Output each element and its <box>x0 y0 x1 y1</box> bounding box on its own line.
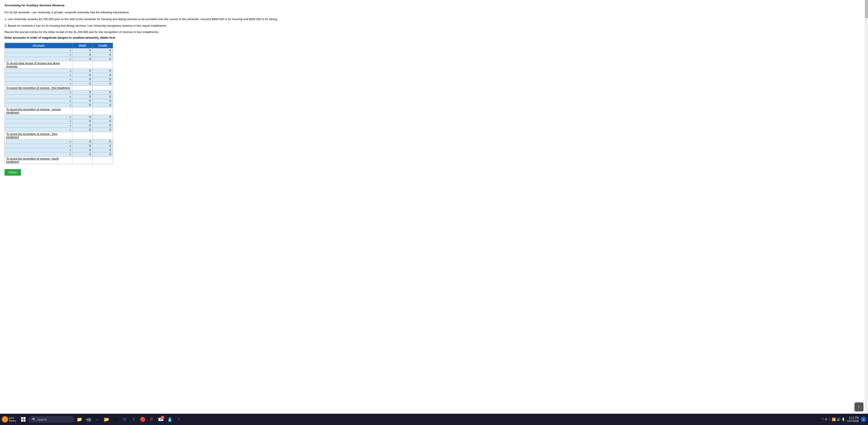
debit-cell[interactable]: 0 <box>72 152 93 156</box>
account-cell[interactable]: ∨ <box>5 73 72 77</box>
table-row: ∨00 <box>5 119 113 123</box>
credit-cell[interactable]: 0 <box>93 152 113 156</box>
credit-cell[interactable]: 0 <box>93 77 113 81</box>
debit-cell[interactable]: 0 <box>72 94 93 98</box>
account-cell[interactable]: ∨ <box>5 57 72 61</box>
debit-cell[interactable]: 0 <box>72 73 93 77</box>
dropdown-arrow[interactable]: ∨ <box>69 95 71 98</box>
account-cell[interactable]: ∨ <box>5 77 72 81</box>
debit-cell[interactable]: 0 <box>72 53 93 57</box>
debit-cell[interactable]: 0 <box>72 90 93 94</box>
account-cell[interactable]: ∨ <box>5 81 72 86</box>
account-cell[interactable]: ∨ <box>5 139 72 144</box>
account-cell[interactable]: ∨ <box>5 152 72 156</box>
account-cell[interactable]: ∨ <box>5 127 72 132</box>
dropdown-arrow[interactable]: ∨ <box>69 104 71 107</box>
account-cell[interactable]: ∨ <box>5 48 72 53</box>
col-header-credit: Credit <box>93 43 113 48</box>
account-cell[interactable]: ∨ <box>5 115 72 119</box>
debit-cell[interactable]: 0 <box>72 139 93 144</box>
credit-cell[interactable]: 0 <box>93 94 113 98</box>
credit-cell[interactable]: 0 <box>93 148 113 152</box>
memo-empty-debit <box>72 86 93 90</box>
account-cell[interactable]: ∨ <box>5 123 72 127</box>
account-cell[interactable]: ∨ <box>5 68 72 73</box>
check-button[interactable]: Check <box>4 169 21 176</box>
credit-cell[interactable]: 0 <box>93 81 113 86</box>
table-row: ∨00 <box>5 94 113 98</box>
dropdown-arrow[interactable]: ∨ <box>69 82 71 85</box>
credit-cell[interactable]: 0 <box>93 144 113 148</box>
dropdown-arrow[interactable]: ∨ <box>69 153 71 156</box>
debit-cell[interactable]: 0 <box>72 57 93 61</box>
debit-cell[interactable]: 0 <box>72 144 93 148</box>
table-row: ∨00 <box>5 103 113 107</box>
account-cell[interactable]: ∨ <box>5 119 72 123</box>
dropdown-arrow[interactable]: ∨ <box>69 91 71 94</box>
credit-cell[interactable]: 0 <box>93 139 113 144</box>
dropdown-arrow[interactable]: ∨ <box>69 145 71 147</box>
journal-table: Account Debit Credit ∨00∨00∨00To record … <box>4 43 113 164</box>
credit-cell[interactable]: 0 <box>93 115 113 119</box>
memo-empty-debit <box>72 107 93 115</box>
debit-cell[interactable]: 0 <box>72 81 93 86</box>
page-title: Accounting for Auxiliary Services Revenu… <box>4 4 344 7</box>
dropdown-arrow[interactable]: ∨ <box>69 128 71 131</box>
debit-cell[interactable]: 0 <box>72 103 93 107</box>
credit-cell[interactable]: 0 <box>93 103 113 107</box>
account-cell[interactable]: ∨ <box>5 94 72 98</box>
debit-cell[interactable]: 0 <box>72 48 93 53</box>
table-row: ∨00 <box>5 53 113 57</box>
account-cell[interactable]: ∨ <box>5 53 72 57</box>
memo-empty-debit <box>72 132 93 139</box>
debit-cell[interactable]: 0 <box>72 98 93 103</box>
credit-cell[interactable]: 0 <box>93 68 113 73</box>
dropdown-arrow[interactable]: ∨ <box>69 49 71 52</box>
credit-cell[interactable]: 0 <box>93 98 113 103</box>
dropdown-arrow[interactable]: ∨ <box>69 120 71 123</box>
credit-cell[interactable]: 0 <box>93 53 113 57</box>
credit-cell[interactable]: 0 <box>93 90 113 94</box>
debit-cell[interactable]: 0 <box>72 68 93 73</box>
table-row: ∨00 <box>5 98 113 103</box>
dropdown-arrow[interactable]: ∨ <box>69 124 71 127</box>
account-cell[interactable]: ∨ <box>5 90 72 94</box>
memo-row: To record the recognition of revenue - f… <box>5 156 113 164</box>
debit-cell[interactable]: 0 <box>72 127 93 132</box>
dropdown-arrow[interactable]: ∨ <box>69 78 71 81</box>
credit-cell[interactable]: 0 <box>93 57 113 61</box>
dropdown-arrow[interactable]: ∨ <box>69 149 71 151</box>
memo-text: To record the recognition of revenue - f… <box>5 86 72 90</box>
scroll-thumb[interactable] <box>865 0 868 18</box>
account-cell[interactable]: ∨ <box>5 98 72 103</box>
transaction1-text: 1. Lee University receives $1,200,000 pr… <box>4 17 344 22</box>
credit-cell[interactable]: 0 <box>93 119 113 123</box>
dropdown-arrow[interactable]: ∨ <box>69 58 71 60</box>
debit-cell[interactable]: 0 <box>72 148 93 152</box>
dropdown-arrow[interactable]: ∨ <box>69 116 71 118</box>
dropdown-arrow[interactable]: ∨ <box>69 99 71 102</box>
credit-cell[interactable]: 0 <box>93 127 113 132</box>
dropdown-arrow[interactable]: ∨ <box>69 53 71 56</box>
account-cell[interactable]: ∨ <box>5 148 72 152</box>
dropdown-arrow[interactable]: ∨ <box>69 74 71 77</box>
credit-cell[interactable]: 0 <box>93 48 113 53</box>
memo-empty-credit <box>93 132 113 139</box>
scrollbar[interactable] <box>865 0 868 179</box>
table-row: ∨00 <box>5 77 113 81</box>
dropdown-arrow[interactable]: ∨ <box>69 140 71 143</box>
memo-row: To record the recognition of revenue - t… <box>5 132 113 139</box>
memo-row: To record the recognition of revenue - f… <box>5 86 113 90</box>
debit-cell[interactable]: 0 <box>72 123 93 127</box>
table-row: ∨00 <box>5 57 113 61</box>
debit-cell[interactable]: 0 <box>72 77 93 81</box>
debit-cell[interactable]: 0 <box>72 115 93 119</box>
debit-cell[interactable]: 0 <box>72 119 93 123</box>
account-cell[interactable]: ∨ <box>5 103 72 107</box>
credit-cell[interactable]: 0 <box>93 73 113 77</box>
dropdown-arrow[interactable]: ∨ <box>69 69 71 72</box>
transaction2-text: 2. Based on contracts it has for its hou… <box>4 24 344 28</box>
credit-cell[interactable]: 0 <box>93 123 113 127</box>
memo-text: To record the recognition of revenue - f… <box>5 156 72 164</box>
account-cell[interactable]: ∨ <box>5 144 72 148</box>
